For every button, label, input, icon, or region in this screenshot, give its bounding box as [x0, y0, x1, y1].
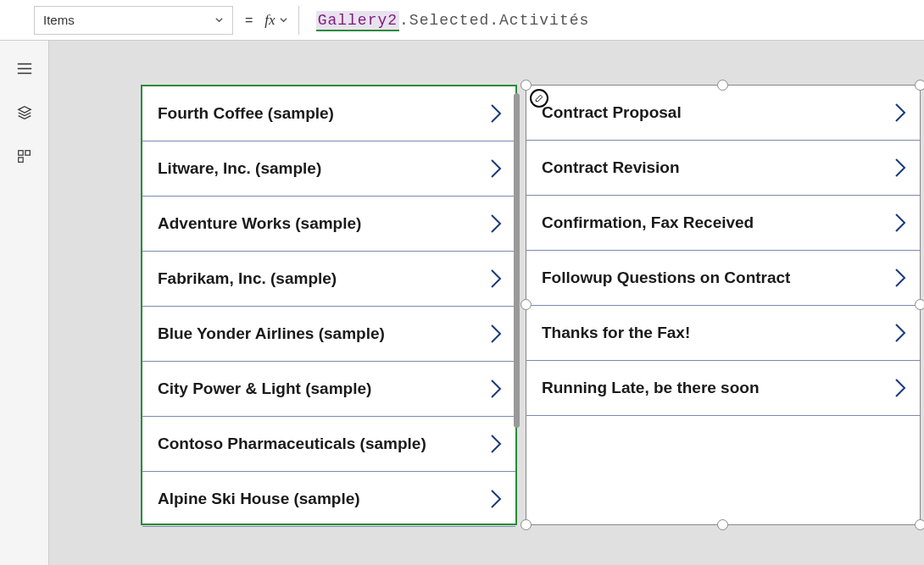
selection-handle[interactable]	[717, 80, 728, 91]
chevron-right-icon[interactable]	[488, 378, 504, 400]
svg-rect-1	[25, 151, 29, 155]
gallery-row[interactable]: Confirmation, Fax Received	[526, 196, 920, 251]
chevron-right-icon[interactable]	[893, 267, 908, 289]
chevron-right-icon[interactable]	[488, 213, 504, 235]
fx-dropdown[interactable]: fx	[264, 6, 298, 35]
gallery-row[interactable]: Running Late, be there soon	[526, 361, 920, 416]
gallery-row[interactable]: City Power & Light (sample)	[142, 362, 515, 417]
selection-handle[interactable]	[915, 80, 924, 91]
hamburger-icon[interactable]	[15, 59, 34, 78]
chevron-down-icon	[279, 15, 288, 25]
formula-bar: Items = fx Gallery2.Selected.Activités	[0, 0, 924, 41]
property-dropdown[interactable]: Items	[34, 6, 233, 35]
selection-handle[interactable]	[915, 519, 924, 530]
gallery-accounts[interactable]: Fourth Coffee (sample) Litware, Inc. (sa…	[141, 85, 517, 525]
chevron-right-icon[interactable]	[488, 488, 504, 510]
row-label: Followup Questions on Contract	[542, 269, 790, 287]
row-label: Contract Revision	[542, 158, 680, 177]
left-toolbar	[0, 41, 49, 565]
chevron-right-icon[interactable]	[893, 102, 908, 124]
chevron-right-icon[interactable]	[893, 322, 908, 344]
gallery-row[interactable]: Contract Proposal	[526, 86, 920, 141]
chevron-right-icon[interactable]	[488, 268, 504, 290]
selection-handle[interactable]	[717, 519, 728, 530]
scrollbar[interactable]	[514, 93, 520, 428]
row-label: Contract Proposal	[542, 103, 682, 122]
row-label: City Power & Light (sample)	[158, 379, 371, 398]
gallery-row[interactable]: Fabrikam, Inc. (sample)	[142, 252, 515, 307]
gallery-row[interactable]: Followup Questions on Contract	[526, 251, 920, 306]
gallery-activities[interactable]: Contract Proposal Contract Revision Conf…	[526, 85, 921, 525]
layers-icon[interactable]	[15, 103, 34, 122]
chevron-right-icon[interactable]	[488, 158, 504, 180]
edit-pencil-icon[interactable]	[530, 89, 548, 108]
row-label: Alpine Ski House (sample)	[158, 490, 360, 508]
row-label: Fabrikam, Inc. (sample)	[158, 269, 337, 288]
gallery-row[interactable]: Contract Revision	[526, 141, 920, 196]
row-label: Litware, Inc. (sample)	[158, 159, 321, 178]
property-name: Items	[43, 13, 75, 27]
svg-rect-2	[18, 158, 22, 162]
fx-label: fx	[264, 12, 275, 29]
svg-rect-0	[18, 151, 22, 155]
chevron-right-icon[interactable]	[893, 157, 908, 179]
selection-handle[interactable]	[520, 519, 532, 530]
formula-token-gallery: Gallery2	[316, 11, 399, 31]
row-label: Thanks for the Fax!	[542, 324, 690, 342]
gallery-row[interactable]: Contoso Pharmaceuticals (sample)	[142, 417, 515, 472]
chevron-right-icon[interactable]	[893, 377, 908, 399]
row-label: Confirmation, Fax Received	[542, 213, 754, 232]
gallery-row[interactable]: Alpine Ski House (sample)	[142, 472, 515, 527]
selection-handle[interactable]	[520, 299, 532, 310]
chevron-right-icon[interactable]	[488, 433, 504, 455]
gallery-row[interactable]: Litware, Inc. (sample)	[142, 141, 515, 197]
main-area: Fourth Coffee (sample) Litware, Inc. (sa…	[0, 41, 924, 565]
chevron-right-icon[interactable]	[893, 212, 908, 234]
gallery-row[interactable]: Blue Yonder Airlines (sample)	[142, 307, 515, 362]
components-icon[interactable]	[15, 147, 34, 166]
chevron-right-icon[interactable]	[488, 323, 504, 345]
row-label: Running Late, be there soon	[542, 379, 760, 397]
gallery-row[interactable]: Adventure Works (sample)	[142, 197, 515, 252]
gallery-row[interactable]: Thanks for the Fax!	[526, 306, 920, 361]
formula-token-rest: .Selected.Activités	[399, 12, 589, 29]
row-label: Fourth Coffee (sample)	[158, 104, 334, 123]
canvas[interactable]: Fourth Coffee (sample) Litware, Inc. (sa…	[49, 41, 924, 565]
chevron-right-icon[interactable]	[488, 102, 504, 125]
chevron-down-icon	[214, 15, 224, 25]
gallery-row[interactable]: Fourth Coffee (sample)	[142, 86, 515, 141]
row-label: Contoso Pharmaceuticals (sample)	[158, 435, 426, 453]
equals-sign: =	[242, 13, 256, 28]
row-label: Blue Yonder Airlines (sample)	[158, 324, 385, 343]
row-label: Adventure Works (sample)	[158, 214, 361, 233]
selection-handle[interactable]	[520, 80, 532, 91]
formula-input[interactable]: Gallery2.Selected.Activités	[308, 12, 590, 29]
selection-handle[interactable]	[915, 299, 924, 310]
